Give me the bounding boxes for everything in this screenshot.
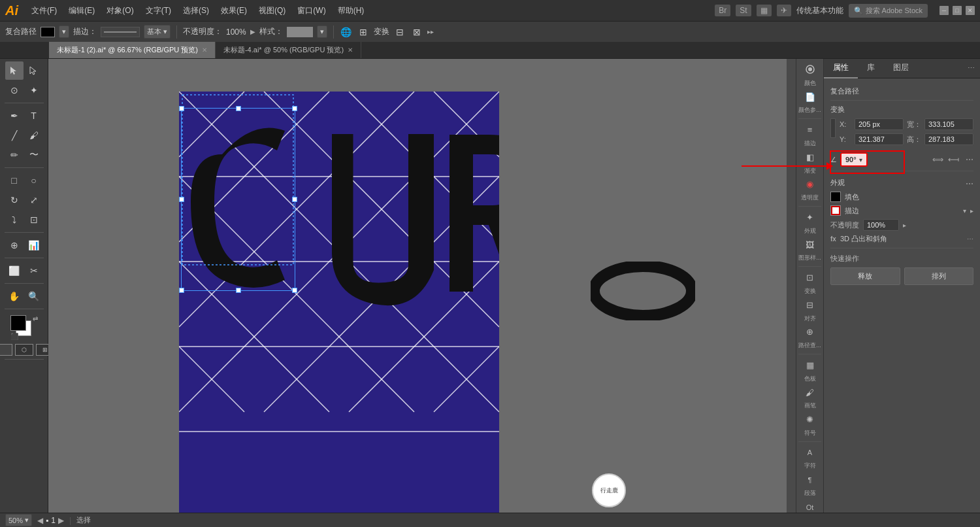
tab-1-close[interactable]: ✕: [202, 46, 207, 54]
style-dropdown[interactable]: ▾: [317, 26, 327, 38]
type-tool[interactable]: T: [25, 107, 43, 125]
y-input[interactable]: [855, 133, 904, 145]
tab-properties[interactable]: 属性: [824, 58, 858, 78]
arrange-icon[interactable]: ⊠: [410, 26, 423, 39]
color-panel-icon[interactable]: [800, 63, 821, 76]
align-panel-icon[interactable]: ⊟: [800, 298, 821, 312]
menu-help[interactable]: 帮助(H): [333, 3, 370, 19]
tab-libraries[interactable]: 库: [858, 58, 884, 78]
angle-control[interactable]: 90° ▾: [840, 152, 868, 167]
fill-color-swatch[interactable]: [41, 27, 55, 37]
page-next-icon[interactable]: ▶: [58, 516, 64, 525]
fill-dropdown[interactable]: ▾: [59, 26, 69, 38]
menu-text[interactable]: 文字(T): [140, 3, 176, 19]
tab-2[interactable]: 未标题-4.ai* @ 50% (RGB/GPU 预览) ✕: [216, 42, 361, 58]
canvas-area[interactable]: 行走鹿: [48, 59, 796, 527]
minimize-button[interactable]: ─: [939, 6, 949, 15]
transparency-icon[interactable]: ◉: [800, 178, 821, 192]
artboard-tool[interactable]: ⬜: [5, 262, 24, 280]
swatches-icon[interactable]: ▦: [800, 358, 821, 372]
zoom-dropdown[interactable]: 50% ▾: [5, 514, 32, 526]
opacity-expand-icon[interactable]: ▸: [903, 222, 906, 229]
style-swatch[interactable]: [287, 27, 313, 37]
lasso-tool[interactable]: ⊙: [5, 81, 24, 99]
fx-more-icon[interactable]: ⋯: [967, 235, 973, 243]
canvas-scrollbar-vertical[interactable]: [787, 59, 796, 518]
scale-tool[interactable]: ⤢: [25, 191, 43, 209]
color-guide-icon[interactable]: 📄: [800, 90, 821, 104]
stroke-panel-icon[interactable]: ≡: [800, 123, 821, 137]
link-wh-icon[interactable]: [977, 119, 980, 129]
pen-tool[interactable]: ✒: [5, 107, 24, 125]
transform-more-icon[interactable]: ⋯: [966, 155, 973, 164]
align-icon[interactable]: ⊟: [393, 26, 406, 39]
graphic-style-icon[interactable]: 🖼: [800, 238, 821, 252]
column-graph-tool[interactable]: 📊: [25, 236, 43, 254]
pencil-tool[interactable]: ✏: [5, 146, 24, 164]
tab-1[interactable]: 未标题-1 (2).ai* @ 66.67% (RGB/GPU 预览) ✕: [49, 42, 216, 58]
arrange-button[interactable]: 排列: [904, 267, 974, 285]
close-button[interactable]: ✕: [966, 6, 975, 15]
ellipse-tool[interactable]: ○: [25, 171, 43, 190]
appearance-icon[interactable]: ✦: [800, 211, 821, 224]
appearance-more-icon[interactable]: ⋯: [966, 179, 973, 188]
tab-layers[interactable]: 图层: [884, 58, 918, 78]
behind-mode-btn[interactable]: ⬡: [15, 344, 33, 356]
line-tool[interactable]: ╱: [5, 126, 24, 144]
restore-button[interactable]: □: [953, 6, 962, 15]
menu-view[interactable]: 视图(Q): [253, 3, 291, 19]
x-input[interactable]: [855, 118, 904, 130]
stroke-more-icon[interactable]: ▸: [970, 207, 973, 214]
transform-controls-icon[interactable]: ⊞: [357, 26, 370, 39]
swap-colors-icon[interactable]: ⇄: [33, 315, 38, 322]
foreground-color-swatch[interactable]: [10, 315, 26, 331]
globe-icon[interactable]: 🌐: [340, 26, 353, 39]
angle-dropdown[interactable]: ▾: [859, 156, 862, 163]
adobe-search[interactable]: 🔍 搜索 Adobe Stock: [849, 4, 928, 18]
send-icon[interactable]: ✈: [777, 5, 791, 16]
free-transform-tool[interactable]: ⊡: [25, 211, 43, 229]
more-options-icon[interactable]: ▸▸: [427, 28, 434, 35]
stroke-swatch[interactable]: [830, 205, 841, 216]
transform-origin-grid[interactable]: [830, 118, 836, 138]
direct-selection-tool[interactable]: [25, 61, 43, 80]
normal-mode-btn[interactable]: [0, 344, 12, 356]
stock-icon[interactable]: St: [736, 5, 751, 16]
h-input[interactable]: [924, 133, 973, 145]
menu-file[interactable]: 文件(F): [26, 3, 62, 19]
tab-2-close[interactable]: ✕: [348, 46, 353, 54]
menu-window[interactable]: 窗口(W): [292, 3, 331, 19]
zoom-tool[interactable]: 🔍: [25, 287, 43, 305]
flip-v-icon[interactable]: ⟻: [947, 153, 960, 166]
opentype-icon[interactable]: Ot: [800, 500, 821, 514]
gradient-icon[interactable]: ◧: [800, 150, 821, 164]
stroke-expand-icon[interactable]: ▾: [963, 207, 966, 214]
stroke-dropdown[interactable]: 基本 ▾: [144, 25, 171, 39]
bridge-icon[interactable]: Br: [715, 5, 730, 16]
release-button[interactable]: 释放: [830, 267, 900, 285]
menu-edit[interactable]: 编辑(E): [63, 3, 100, 19]
default-colors-icon[interactable]: ⬛: [10, 333, 18, 340]
panel-more-icon[interactable]: ⋯: [962, 64, 980, 73]
flip-icon[interactable]: ⟺: [931, 153, 944, 166]
smooth-tool[interactable]: 〜: [25, 146, 43, 164]
selection-tool[interactable]: [5, 61, 24, 80]
menu-object[interactable]: 对象(O): [101, 3, 139, 19]
symbol-icon[interactable]: ✺: [800, 413, 821, 426]
fill-swatch[interactable]: [830, 192, 841, 202]
menu-effect[interactable]: 效果(E): [216, 3, 252, 19]
transform-icon[interactable]: ⊡: [800, 271, 821, 284]
brush-icon[interactable]: 🖌: [800, 386, 821, 400]
warp-tool[interactable]: ⤵: [5, 211, 24, 229]
symbol-sprayer-tool[interactable]: ⊕: [5, 236, 24, 254]
slice-tool[interactable]: ✂: [25, 262, 43, 280]
libraries-icon[interactable]: ▦: [757, 5, 772, 16]
hand-tool[interactable]: ✋: [5, 287, 24, 305]
opacity-input[interactable]: [863, 219, 899, 231]
rectangle-tool[interactable]: □: [5, 171, 24, 190]
page-prev-icon[interactable]: ◀: [37, 516, 43, 525]
menu-select[interactable]: 选择(S): [178, 3, 214, 19]
w-input[interactable]: [924, 118, 973, 130]
para-icon[interactable]: ¶: [800, 473, 821, 486]
brush-tool[interactable]: 🖌: [25, 126, 43, 144]
